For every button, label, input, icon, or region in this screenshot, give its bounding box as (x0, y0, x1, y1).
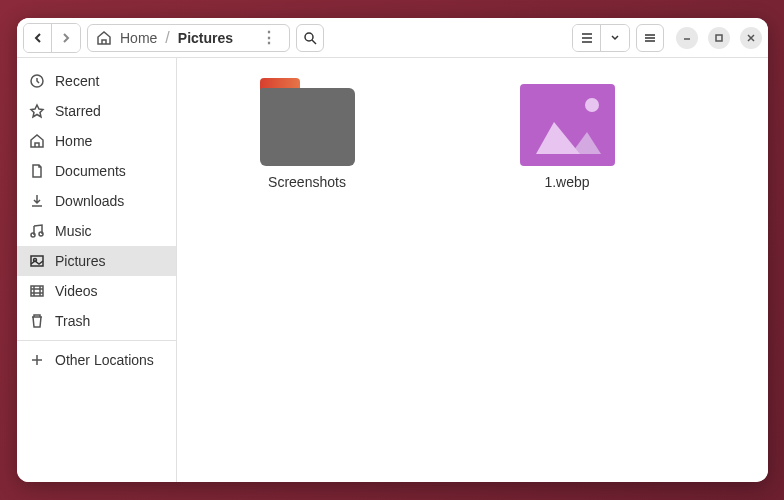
titlebar: Home / Pictures ⋮ (17, 18, 768, 58)
folder-icon (260, 78, 355, 166)
file-label: Screenshots (268, 174, 346, 190)
search-icon (303, 31, 317, 45)
sidebar-item-label: Recent (55, 73, 99, 89)
forward-button[interactable] (52, 24, 80, 52)
minimize-button[interactable] (676, 27, 698, 49)
folder-item[interactable]: Screenshots (197, 78, 417, 190)
home-icon (29, 133, 45, 149)
sidebar-item-pictures[interactable]: Pictures (17, 246, 176, 276)
downloads-icon (29, 193, 45, 209)
svg-point-4 (39, 232, 43, 236)
sidebar-item-label: Videos (55, 283, 98, 299)
path-separator: / (165, 29, 169, 47)
music-icon (29, 223, 45, 239)
sidebar-item-label: Home (55, 133, 92, 149)
window-controls (676, 27, 762, 49)
minimize-icon (682, 33, 692, 43)
trash-icon (29, 313, 45, 329)
path-bar[interactable]: Home / Pictures ⋮ (87, 24, 290, 52)
sidebar-item-label: Pictures (55, 253, 106, 269)
plus-icon (29, 352, 45, 368)
sidebar-separator (17, 340, 176, 341)
svg-point-0 (305, 33, 313, 41)
sidebar-item-music[interactable]: Music (17, 216, 176, 246)
sidebar-item-recent[interactable]: Recent (17, 66, 176, 96)
maximize-button[interactable] (708, 27, 730, 49)
sidebar-item-other-locations[interactable]: Other Locations (17, 345, 176, 375)
sidebar-item-label: Downloads (55, 193, 124, 209)
svg-rect-1 (716, 35, 722, 41)
pictures-icon (29, 253, 45, 269)
sidebar-item-label: Music (55, 223, 92, 239)
breadcrumb-parent[interactable]: Home (120, 30, 157, 46)
sidebar-item-starred[interactable]: Starred (17, 96, 176, 126)
home-icon (96, 30, 112, 46)
star-icon (29, 103, 45, 119)
videos-icon (29, 283, 45, 299)
breadcrumb-current: Pictures (178, 30, 233, 46)
path-more-icon[interactable]: ⋮ (241, 28, 281, 47)
view-dropdown-button[interactable] (601, 25, 629, 51)
sidebar-item-videos[interactable]: Videos (17, 276, 176, 306)
file-label: 1.webp (544, 174, 589, 190)
sidebar-item-trash[interactable]: Trash (17, 306, 176, 336)
content-area: Recent Starred Home Documents Downloads … (17, 58, 768, 482)
list-icon (580, 31, 594, 45)
sidebar-item-downloads[interactable]: Downloads (17, 186, 176, 216)
sidebar-item-label: Trash (55, 313, 90, 329)
documents-icon (29, 163, 45, 179)
sidebar-item-label: Documents (55, 163, 126, 179)
nav-buttons (23, 23, 81, 53)
close-button[interactable] (740, 27, 762, 49)
image-item[interactable]: 1.webp (457, 78, 677, 190)
image-file-icon (520, 84, 615, 166)
sidebar-item-home[interactable]: Home (17, 126, 176, 156)
chevron-down-icon (610, 34, 620, 42)
view-toggle (572, 24, 630, 52)
search-button[interactable] (296, 24, 324, 52)
file-manager-window: Home / Pictures ⋮ (17, 18, 768, 482)
close-icon (746, 33, 756, 43)
hamburger-menu-button[interactable] (636, 24, 664, 52)
file-view[interactable]: Screenshots 1.webp (177, 58, 768, 482)
sidebar-item-documents[interactable]: Documents (17, 156, 176, 186)
svg-rect-7 (31, 286, 43, 296)
sidebar: Recent Starred Home Documents Downloads … (17, 58, 177, 482)
sidebar-item-label: Other Locations (55, 352, 154, 368)
sidebar-item-label: Starred (55, 103, 101, 119)
list-view-button[interactable] (573, 25, 601, 51)
maximize-icon (714, 33, 724, 43)
hamburger-icon (643, 31, 657, 45)
clock-icon (29, 73, 45, 89)
back-button[interactable] (24, 24, 52, 52)
